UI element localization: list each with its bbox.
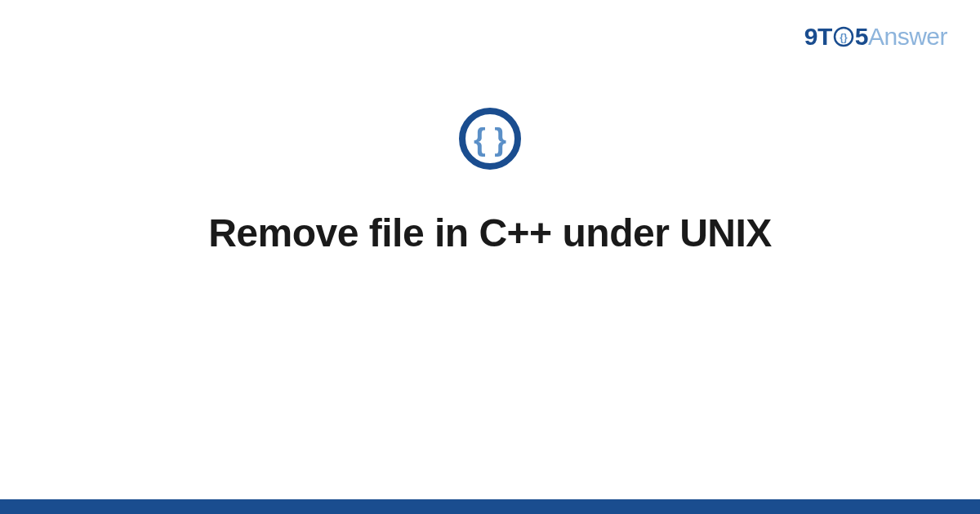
- logo-text-answer: Answer: [868, 23, 947, 51]
- logo-text-5: 5: [855, 23, 868, 51]
- bottom-accent-bar: [0, 499, 980, 514]
- logo-text-9t: 9T: [804, 23, 832, 51]
- logo-o-icon: {}: [833, 26, 854, 47]
- code-braces-icon: { }: [457, 106, 523, 171]
- svg-text:{ }: { }: [474, 122, 506, 157]
- page-title: Remove file in C++ under UNIX: [0, 210, 980, 255]
- site-logo: 9T {} 5 Answer: [804, 23, 947, 51]
- svg-text:{}: {}: [840, 32, 848, 43]
